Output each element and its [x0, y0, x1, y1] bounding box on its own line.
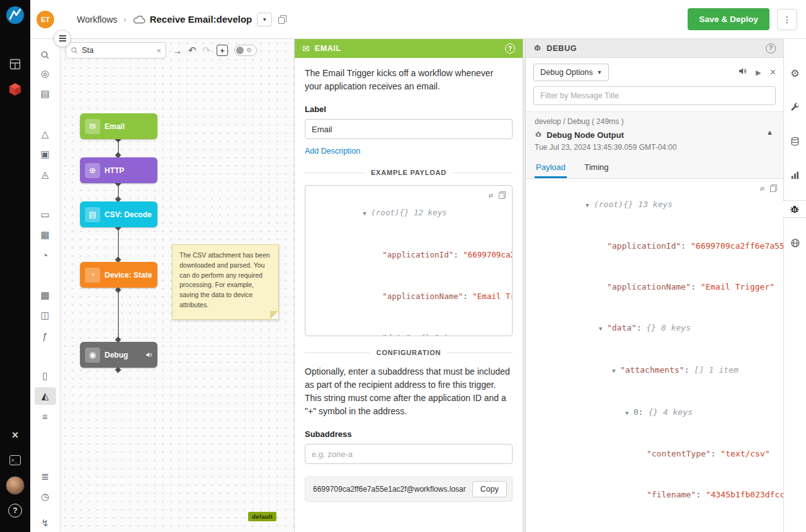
palette-category-icon[interactable]: ▣	[35, 145, 56, 163]
workflow-node[interactable]: Email	[80, 113, 157, 139]
globe-icon[interactable]	[784, 234, 806, 252]
help-circle-icon[interactable]: ?	[766, 43, 776, 54]
redo-button[interactable]: ↷	[203, 45, 211, 56]
workflow-node[interactable]: Device: State	[80, 262, 157, 288]
debug-controls: Debug Options▼ ▶ ×	[526, 58, 783, 81]
console-icon[interactable]: >_	[0, 448, 30, 473]
json-key: "contentType"	[647, 449, 711, 458]
json-value: {} 4 keys	[648, 407, 692, 417]
top-header: ET Workflows › Receive Email:develop ▾ S…	[30, 0, 806, 39]
palette-category-icon[interactable]: ▯	[35, 367, 56, 385]
palette-category-icon[interactable]: ◬	[35, 166, 56, 183]
palette-category-icon[interactable]: ◔	[35, 246, 56, 264]
debug-strip-icon[interactable]	[783, 200, 806, 218]
node-icon	[85, 348, 100, 363]
workflow-node[interactable]: CSV: Decode	[80, 201, 157, 227]
copy-workflow-icon[interactable]	[278, 15, 287, 24]
palette-category-icon[interactable]: ≡	[35, 407, 56, 425]
palette-category-icon[interactable]: ▩	[35, 286, 56, 304]
subaddress-field-label: Subaddress	[305, 429, 513, 439]
debug-panel-header: DEBUG ?	[526, 39, 783, 58]
resume-debug-icon[interactable]: ▶	[756, 69, 761, 77]
palette-category-icon[interactable]: ▭	[35, 206, 56, 224]
json-row: "attachments": [] 1 item	[526, 349, 783, 392]
palette-menu-button[interactable]	[54, 30, 71, 47]
palette-category-icon[interactable]: ↯	[35, 514, 56, 532]
losant-logo-icon[interactable]	[5, 5, 25, 25]
debug-options-button[interactable]: Debug Options▼	[533, 64, 609, 81]
debug-message-timestamp: Tue Jul 23, 2024 13:45:39.059 GMT-04:00	[535, 143, 775, 152]
expander-icon[interactable]	[599, 322, 607, 336]
breadcrumb-workflows[interactable]: Workflows	[77, 14, 117, 25]
org-avatar[interactable]: ET	[37, 11, 54, 28]
undo-button[interactable]: ↶	[188, 45, 196, 56]
close-debug-icon[interactable]: ×	[770, 67, 776, 77]
dashboards-icon[interactable]	[0, 52, 30, 77]
next-result-button[interactable]: →	[173, 45, 182, 56]
version-dropdown-button[interactable]: ▾	[257, 13, 272, 26]
json-value: {} 9 keys	[421, 333, 463, 336]
palette-category-icon[interactable]: △	[35, 125, 56, 143]
workflow-canvas[interactable]: Email HTTP CSV: Decode	[60, 39, 294, 532]
copy-json-icon[interactable]	[499, 191, 506, 199]
expander-icon[interactable]	[625, 407, 633, 421]
help-icon[interactable]: ?	[0, 498, 30, 523]
subaddress-input[interactable]	[305, 444, 513, 464]
palette-category-icon[interactable]: ≣	[35, 468, 56, 485]
email-node-panel: ✉ EMAIL ? The Email Trigger kicks off a …	[294, 39, 523, 532]
palette-category-icon[interactable]: ◭	[35, 387, 56, 405]
canvas-settings-toggle[interactable]: ⚙	[234, 45, 257, 56]
node-search-input[interactable]	[82, 46, 152, 55]
database-icon[interactable]	[784, 132, 806, 150]
debug-tab[interactable]: Timing	[583, 158, 610, 178]
wrench-icon[interactable]	[784, 98, 806, 116]
debug-panel: DEBUG ? Debug Options▼ ▶ × develop / Deb…	[526, 39, 783, 532]
palette-category-icon[interactable]: ▦	[35, 226, 56, 244]
save-deploy-button[interactable]: Save & Deploy	[688, 8, 769, 30]
add-description-link[interactable]: Add Description	[305, 147, 360, 156]
workflow-node[interactable]: Debug	[80, 342, 157, 368]
zoom-fit-button[interactable]: +	[217, 45, 228, 56]
application-cube-icon[interactable]	[0, 77, 30, 102]
more-options-button[interactable]: ⋮	[777, 9, 797, 30]
integrations-icon[interactable]: ×	[0, 422, 30, 448]
trigger-description: The Email Trigger kicks off a workflow w…	[305, 67, 513, 93]
json-key: "attachments"	[620, 365, 684, 375]
debug-message-header[interactable]: develop / Debug ( 249ms ) Debug Node Out…	[526, 112, 783, 179]
collapse-message-icon[interactable]: ▲	[766, 128, 773, 136]
gear-icon[interactable]: ⚙	[784, 64, 806, 82]
label-input[interactable]	[305, 119, 513, 139]
palette-category-icon[interactable]: ◫	[35, 307, 56, 324]
debug-tab[interactable]: Payload	[535, 158, 567, 178]
json-row: "data": {} 9 keys	[305, 317, 512, 336]
help-circle-icon[interactable]: ?	[505, 43, 515, 54]
user-avatar[interactable]	[0, 473, 30, 498]
expander-icon[interactable]	[586, 199, 594, 213]
clear-search-icon[interactable]: ×	[156, 46, 161, 55]
json-colon: :	[639, 407, 649, 417]
expander-icon[interactable]	[612, 365, 620, 378]
palette-search-icon[interactable]	[40, 50, 50, 62]
copy-address-button[interactable]: Copy	[472, 481, 507, 497]
node-icon	[85, 268, 100, 283]
chart-icon[interactable]	[784, 166, 806, 184]
palette-category-icon[interactable]: ◎	[35, 65, 56, 82]
expand-tree-icon[interactable]: ⇄	[489, 191, 493, 199]
label-field-label: Label	[305, 105, 513, 114]
mute-debug-icon[interactable]	[738, 67, 747, 78]
copy-json-icon[interactable]	[770, 184, 777, 192]
workflow-node[interactable]: HTTP	[80, 157, 157, 183]
example-payload-tree: ⇄ (root): {} 12 keys "applicationId": "6…	[305, 185, 513, 336]
palette-category-icon[interactable]: ▤	[35, 85, 56, 103]
json-row: 0: {} 4 keys	[526, 392, 783, 434]
palette-category-icon[interactable]: ◷	[35, 488, 56, 506]
debug-message-source: develop / Debug ( 249ms )	[535, 117, 775, 126]
expander-icon[interactable]	[374, 332, 382, 336]
expander-icon[interactable]	[363, 207, 371, 220]
palette-category-icon[interactable]: ƒ	[35, 327, 56, 344]
node-palette: ◎ ▤ △ ▣ ◬ ▭ ▦ ◔ ▩ ◫ ƒ ▯ ◭ ≡ ≣ ◷	[30, 39, 60, 532]
filter-messages-input[interactable]	[533, 86, 776, 105]
node-icon	[85, 207, 100, 222]
expand-tree-icon[interactable]: ⇄	[760, 184, 764, 192]
sticky-note[interactable]: The CSV attachment has been downloaded a…	[172, 244, 279, 320]
